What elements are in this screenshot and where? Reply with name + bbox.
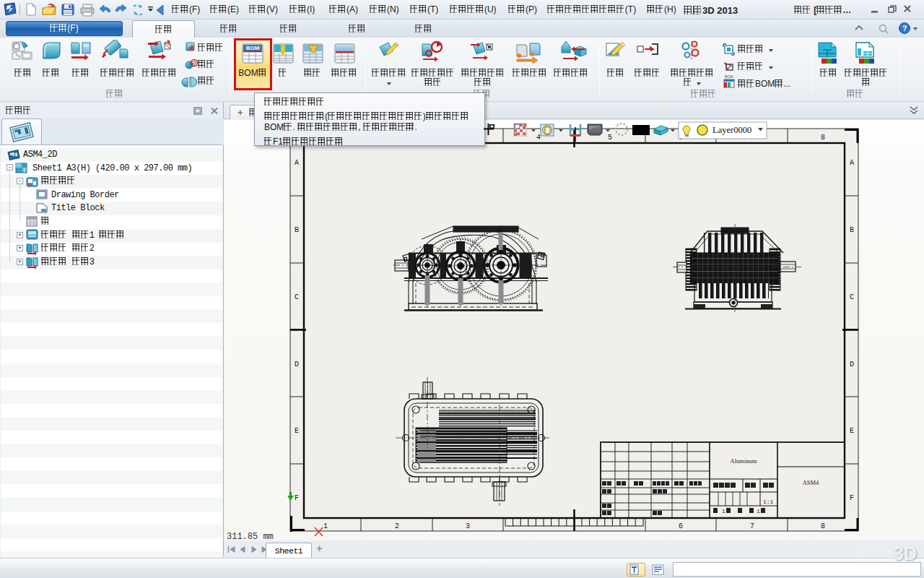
svg-text:6: 6 [679,522,683,530]
svg-text:A: A [850,159,854,167]
svg-text:ASM4: ASM4 [803,479,819,486]
svg-text:D: D [850,361,854,368]
svg-text:C: C [850,293,854,301]
svg-text:E: E [850,427,854,435]
svg-text:D: D [295,361,299,368]
svg-text:BOM: BOM [725,74,733,79]
svg-text:Aluminum: Aluminum [731,457,757,465]
svg-text:3: 3 [466,522,470,530]
svg-text:C: C [295,293,299,301]
svg-text:8: 8 [821,522,825,530]
svg-text:F: F [850,494,854,502]
svg-text:E: E [295,427,299,435]
svg-text:Layer0000: Layer0000 [712,125,751,135]
svg-text:B: B [850,226,854,234]
svg-text:B: B [295,226,299,234]
svg-text:1: 1 [323,522,328,530]
svg-text:8: 8 [821,134,825,142]
svg-text:1: 1 [722,508,725,514]
svg-text:?: ? [902,24,907,33]
svg-text:1:1: 1:1 [763,499,774,505]
svg-text:F: F [295,494,299,502]
svg-text:7: 7 [750,522,754,530]
svg-text:1: 1 [757,508,760,514]
svg-text:A: A [295,159,299,167]
svg-text:2: 2 [395,522,399,530]
